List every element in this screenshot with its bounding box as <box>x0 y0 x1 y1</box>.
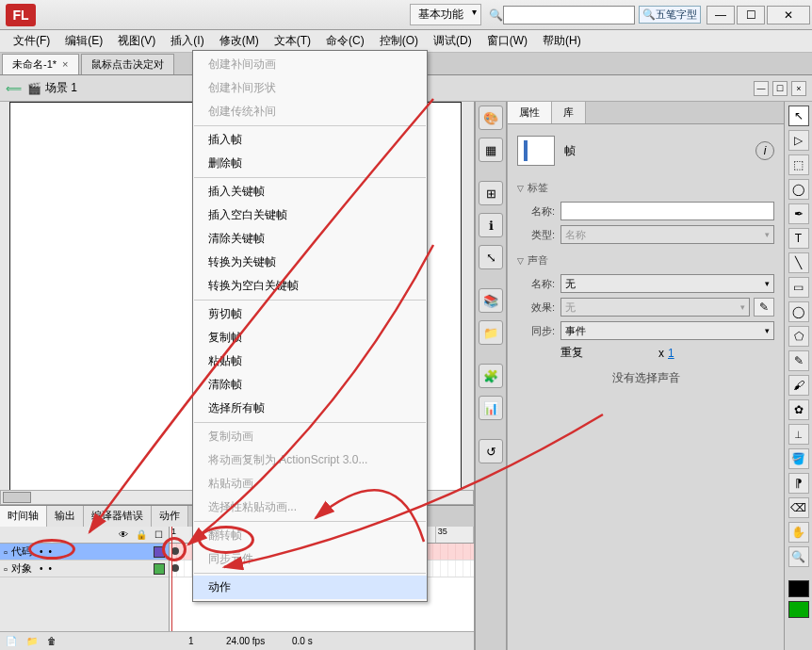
bone-tool[interactable]: ⟂ <box>788 424 809 445</box>
menu-modify[interactable]: 修改(M) <box>212 31 267 51</box>
doc-min-icon[interactable]: — <box>754 81 769 96</box>
components-icon[interactable]: 🧩 <box>479 364 503 388</box>
layer-code[interactable]: ▫ 代码 •• <box>0 544 169 561</box>
context-menu-item[interactable]: 删除帧 <box>193 152 427 175</box>
menu-file[interactable]: 文件(F) <box>6 31 57 51</box>
paint-bucket-tool[interactable]: 🪣 <box>788 448 809 469</box>
workspace-dropdown[interactable]: 基本功能 <box>410 4 481 25</box>
context-menu-item[interactable]: 转换为空白关键帧 <box>193 274 427 298</box>
library-icon[interactable]: 📚 <box>479 288 503 313</box>
context-menu-item[interactable]: 插入关键帧 <box>193 180 427 203</box>
menu-debug[interactable]: 调试(D) <box>426 31 479 51</box>
color-icon[interactable]: 🎨 <box>479 106 503 130</box>
frame-name-input[interactable] <box>560 202 774 220</box>
context-menu-item[interactable]: 转换为关键帧 <box>193 251 427 274</box>
eyedropper-tool[interactable]: ⁋ <box>788 473 809 494</box>
lasso-tool[interactable]: ◯ <box>788 179 809 200</box>
pen-tool[interactable]: ✒ <box>788 203 809 224</box>
maximize-button[interactable]: ☐ <box>737 6 765 24</box>
selection-tool[interactable]: ↖ <box>788 106 809 126</box>
text-tool[interactable]: T <box>788 228 809 249</box>
line-tool[interactable]: ╲ <box>788 252 809 273</box>
menu-insert[interactable]: 插入(I) <box>163 31 211 51</box>
type-combo[interactable]: 名称 <box>560 225 774 244</box>
context-menu-item[interactable]: 插入帧 <box>193 128 427 152</box>
history-icon[interactable]: ↺ <box>479 439 503 463</box>
doc-max-icon[interactable]: ☐ <box>772 81 788 96</box>
project-icon[interactable]: 📁 <box>479 320 503 345</box>
close-icon[interactable]: × <box>62 58 68 70</box>
free-transform-tool[interactable]: ⬚ <box>788 154 809 175</box>
context-menu-item[interactable]: 清除帧 <box>193 373 427 397</box>
eraser-tool[interactable]: ⌫ <box>788 497 809 518</box>
doctab-0[interactable]: 未命名-1*× <box>2 54 79 74</box>
edit-icon[interactable]: ✎ <box>754 298 774 317</box>
times-value[interactable]: 1 <box>668 347 674 360</box>
context-menu-item[interactable]: 粘贴帧 <box>193 349 427 373</box>
menu-view[interactable]: 视图(V) <box>110 31 163 51</box>
hand-tool[interactable]: ✋ <box>788 522 809 543</box>
doctab-1-label: 鼠标点击决定对 <box>91 58 164 70</box>
outline-icon[interactable]: ☐ <box>154 529 163 540</box>
minimize-button[interactable]: — <box>706 6 735 24</box>
layers-list: 👁 🔒 ☐ ▫ 代码 •• ▫ 对象 •• <box>0 527 170 631</box>
context-menu-item[interactable]: 选择所有帧 <box>193 397 427 420</box>
section-sound[interactable]: 声音 <box>517 252 774 269</box>
keyframe-icon[interactable] <box>171 564 179 572</box>
sync-combo[interactable]: 事件 <box>560 321 774 340</box>
menu-help[interactable]: 帮助(H) <box>535 31 589 51</box>
layer-swatch <box>154 563 165 575</box>
tab-timeline[interactable]: 时间轴 <box>0 506 47 527</box>
layer-object[interactable]: ▫ 对象 •• <box>0 561 169 577</box>
fill-swatch[interactable] <box>788 601 809 618</box>
section-label[interactable]: 标签 <box>517 179 774 197</box>
stroke-swatch[interactable] <box>788 580 809 597</box>
close-button[interactable]: ✕ <box>767 6 810 24</box>
doctab-1[interactable]: 鼠标点击决定对 <box>81 54 174 74</box>
polystar-tool[interactable]: ⬠ <box>788 326 809 347</box>
tab-actions[interactable]: 动作 <box>152 506 188 527</box>
new-layer-icon[interactable]: 📄 <box>6 636 17 646</box>
align-icon[interactable]: ⊞ <box>479 181 503 205</box>
info-icon[interactable]: ℹ <box>479 213 503 237</box>
lock-icon[interactable]: 🔒 <box>136 529 147 540</box>
menu-control[interactable]: 控制(O) <box>372 31 426 51</box>
search-input[interactable] <box>503 6 635 24</box>
zoom-tool[interactable]: 🔍 <box>788 546 809 567</box>
brush-tool[interactable]: 🖌 <box>788 375 809 396</box>
delete-layer-icon[interactable]: 🗑 <box>47 636 57 646</box>
tab-output[interactable]: 输出 <box>47 506 84 527</box>
rect-tool[interactable]: ▭ <box>788 277 809 298</box>
back-icon[interactable]: ⟸ <box>6 82 22 95</box>
layer-name: 代码 <box>11 544 32 559</box>
info-button[interactable]: i <box>755 141 774 160</box>
deco-tool[interactable]: ✿ <box>788 399 809 420</box>
context-menu-item[interactable]: 插入空白关键帧 <box>193 203 427 227</box>
menu-text[interactable]: 文本(T) <box>267 31 318 51</box>
effect-combo[interactable]: 无 <box>560 298 750 317</box>
menu-window[interactable]: 窗口(W) <box>479 31 535 51</box>
motion-icon[interactable]: 📊 <box>479 396 503 420</box>
context-menu-item[interactable]: 动作 <box>193 576 427 599</box>
menu-commands[interactable]: 命令(C) <box>318 31 372 51</box>
tab-properties[interactable]: 属性 <box>508 102 552 123</box>
new-folder-icon[interactable]: 📁 <box>26 636 38 646</box>
tab-library[interactable]: 库 <box>552 102 586 123</box>
context-menu-item[interactable]: 复制帧 <box>193 326 427 349</box>
context-menu-item[interactable]: 清除关键帧 <box>193 227 427 251</box>
playhead[interactable] <box>171 527 172 631</box>
pencil-tool[interactable]: ✎ <box>788 350 809 371</box>
doc-close-icon[interactable]: × <box>791 81 806 96</box>
menu-edit[interactable]: 编辑(E) <box>57 31 110 51</box>
tab-compiler-errors[interactable]: 编译器错误 <box>84 506 152 527</box>
oval-tool[interactable]: ◯ <box>788 301 809 322</box>
eye-icon[interactable]: 👁 <box>119 529 128 540</box>
sound-name-combo[interactable]: 无 <box>560 274 774 293</box>
repeat-combo[interactable]: 重复 <box>560 345 655 361</box>
swatches-icon[interactable]: ▦ <box>479 138 503 162</box>
keyframe-icon[interactable] <box>171 547 179 555</box>
context-menu-item[interactable]: 剪切帧 <box>193 302 427 326</box>
subselect-tool[interactable]: ▷ <box>788 130 809 151</box>
no-sound-msg: 没有选择声音 <box>517 370 774 386</box>
transform-icon[interactable]: ⤡ <box>479 245 503 269</box>
